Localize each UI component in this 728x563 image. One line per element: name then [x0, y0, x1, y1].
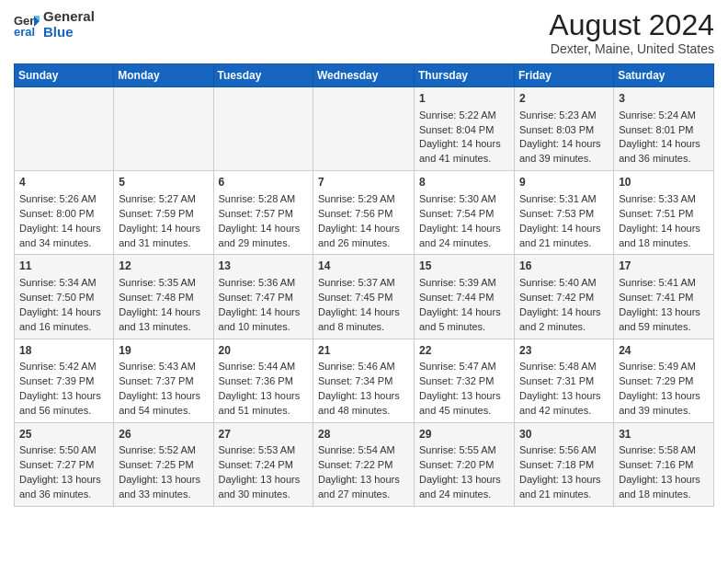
day-cell: 5Sunrise: 5:27 AMSunset: 7:59 PMDaylight… — [114, 171, 213, 255]
calendar-header: SundayMondayTuesdayWednesdayThursdayFrid… — [15, 64, 714, 87]
day-number: 22 — [419, 343, 509, 359]
day-number: 31 — [619, 427, 709, 442]
day-cell: 26Sunrise: 5:52 AMSunset: 7:25 PMDayligh… — [114, 422, 213, 506]
day-cell: 4Sunrise: 5:26 AMSunset: 8:00 PMDaylight… — [15, 171, 114, 255]
day-cell: 9Sunrise: 5:31 AMSunset: 7:53 PMDaylight… — [514, 171, 613, 255]
day-cell: 21Sunrise: 5:46 AMSunset: 7:34 PMDayligh… — [313, 339, 415, 422]
day-cell: 3Sunrise: 5:24 AMSunset: 8:01 PMDaylight… — [614, 87, 714, 171]
title-block: August 2024 Dexter, Maine, United States — [549, 9, 714, 56]
header-cell-sunday: Sunday — [15, 64, 114, 87]
logo-general: General — [43, 8, 95, 24]
day-cell: 18Sunrise: 5:42 AMSunset: 7:39 PMDayligh… — [15, 339, 114, 422]
day-number: 30 — [519, 427, 609, 442]
calendar-page: Gen eral General Blue August 2024 Dexter… — [0, 0, 728, 521]
day-cell: 1Sunrise: 5:22 AMSunset: 8:04 PMDaylight… — [414, 87, 514, 171]
day-cell: 28Sunrise: 5:54 AMSunset: 7:22 PMDayligh… — [313, 422, 415, 506]
header-cell-wednesday: Wednesday — [313, 64, 415, 87]
header-cell-thursday: Thursday — [414, 64, 514, 87]
header: Gen eral General Blue August 2024 Dexter… — [14, 9, 714, 56]
calendar-body: 1Sunrise: 5:22 AMSunset: 8:04 PMDaylight… — [15, 87, 714, 507]
day-number: 2 — [519, 91, 609, 107]
day-number: 27 — [219, 427, 308, 442]
day-cell: 15Sunrise: 5:39 AMSunset: 7:44 PMDayligh… — [414, 255, 514, 339]
week-row-3: 11Sunrise: 5:34 AMSunset: 7:50 PMDayligh… — [15, 255, 714, 339]
logo-blue: Blue — [43, 24, 74, 40]
day-cell: 24Sunrise: 5:49 AMSunset: 7:29 PMDayligh… — [614, 339, 714, 422]
header-cell-saturday: Saturday — [614, 64, 714, 87]
week-row-1: 1Sunrise: 5:22 AMSunset: 8:04 PMDaylight… — [15, 87, 714, 171]
day-cell: 17Sunrise: 5:41 AMSunset: 7:41 PMDayligh… — [614, 255, 714, 339]
day-cell: 11Sunrise: 5:34 AMSunset: 7:50 PMDayligh… — [15, 255, 114, 339]
day-number: 29 — [419, 427, 509, 442]
day-number: 13 — [219, 259, 308, 274]
week-row-4: 18Sunrise: 5:42 AMSunset: 7:39 PMDayligh… — [15, 339, 714, 422]
day-cell: 10Sunrise: 5:33 AMSunset: 7:51 PMDayligh… — [614, 171, 714, 255]
day-cell: 13Sunrise: 5:36 AMSunset: 7:47 PMDayligh… — [213, 255, 313, 339]
day-number: 19 — [119, 343, 208, 359]
day-cell: 16Sunrise: 5:40 AMSunset: 7:42 PMDayligh… — [514, 255, 613, 339]
day-number: 14 — [318, 259, 409, 274]
header-row: SundayMondayTuesdayWednesdayThursdayFrid… — [15, 64, 714, 87]
day-cell — [313, 87, 415, 171]
day-number: 3 — [619, 91, 709, 107]
location: Dexter, Maine, United States — [549, 41, 714, 56]
day-number: 9 — [519, 175, 609, 190]
day-cell: 23Sunrise: 5:48 AMSunset: 7:31 PMDayligh… — [514, 339, 613, 422]
day-number: 6 — [219, 175, 308, 190]
logo-icon: Gen eral — [14, 12, 40, 38]
header-cell-tuesday: Tuesday — [213, 64, 313, 87]
header-cell-monday: Monday — [114, 64, 213, 87]
day-number: 24 — [619, 343, 709, 359]
day-cell — [15, 87, 114, 171]
day-number: 4 — [19, 175, 108, 190]
day-cell: 27Sunrise: 5:53 AMSunset: 7:24 PMDayligh… — [213, 422, 313, 506]
day-number: 10 — [619, 175, 709, 190]
day-number: 23 — [519, 343, 609, 359]
day-cell — [213, 87, 313, 171]
logo: Gen eral General Blue — [14, 9, 95, 40]
day-cell: 7Sunrise: 5:29 AMSunset: 7:56 PMDaylight… — [313, 171, 415, 255]
month-year: August 2024 — [549, 9, 714, 41]
day-number: 15 — [419, 259, 509, 274]
day-number: 18 — [19, 343, 108, 359]
day-cell: 31Sunrise: 5:58 AMSunset: 7:16 PMDayligh… — [614, 422, 714, 506]
day-number: 25 — [19, 427, 108, 442]
week-row-2: 4Sunrise: 5:26 AMSunset: 8:00 PMDaylight… — [15, 171, 714, 255]
day-cell: 19Sunrise: 5:43 AMSunset: 7:37 PMDayligh… — [114, 339, 213, 422]
day-cell: 20Sunrise: 5:44 AMSunset: 7:36 PMDayligh… — [213, 339, 313, 422]
calendar-table: SundayMondayTuesdayWednesdayThursdayFrid… — [14, 63, 714, 507]
svg-text:eral: eral — [14, 25, 35, 38]
day-number: 17 — [619, 259, 709, 274]
day-cell: 2Sunrise: 5:23 AMSunset: 8:03 PMDaylight… — [514, 87, 613, 171]
header-cell-friday: Friday — [514, 64, 613, 87]
day-number: 16 — [519, 259, 609, 274]
day-number: 28 — [318, 427, 409, 442]
day-number: 20 — [219, 343, 308, 359]
day-number: 1 — [419, 91, 509, 107]
day-cell: 25Sunrise: 5:50 AMSunset: 7:27 PMDayligh… — [15, 422, 114, 506]
day-cell: 6Sunrise: 5:28 AMSunset: 7:57 PMDaylight… — [213, 171, 313, 255]
day-cell: 12Sunrise: 5:35 AMSunset: 7:48 PMDayligh… — [114, 255, 213, 339]
day-cell: 14Sunrise: 5:37 AMSunset: 7:45 PMDayligh… — [313, 255, 415, 339]
week-row-5: 25Sunrise: 5:50 AMSunset: 7:27 PMDayligh… — [15, 422, 714, 506]
day-number: 26 — [119, 427, 208, 442]
day-cell: 29Sunrise: 5:55 AMSunset: 7:20 PMDayligh… — [414, 422, 514, 506]
day-number: 5 — [119, 175, 208, 190]
day-cell: 8Sunrise: 5:30 AMSunset: 7:54 PMDaylight… — [414, 171, 514, 255]
day-cell: 30Sunrise: 5:56 AMSunset: 7:18 PMDayligh… — [514, 422, 613, 506]
day-number: 21 — [318, 343, 409, 359]
day-number: 8 — [419, 175, 509, 190]
day-cell: 22Sunrise: 5:47 AMSunset: 7:32 PMDayligh… — [414, 339, 514, 422]
logo-text: General Blue — [43, 9, 95, 40]
day-cell — [114, 87, 213, 171]
day-number: 7 — [318, 175, 409, 190]
day-number: 11 — [19, 259, 108, 274]
day-number: 12 — [119, 259, 208, 274]
